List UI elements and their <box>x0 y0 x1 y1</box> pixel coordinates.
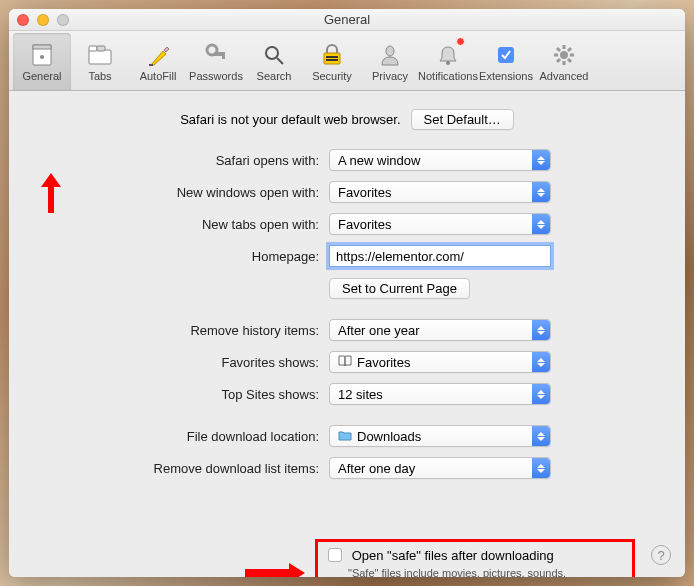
new-windows-label: New windows open with: <box>29 185 329 200</box>
svg-line-26 <box>568 48 571 51</box>
tab-autofill[interactable]: AutoFill <box>129 33 187 90</box>
set-to-current-page-button[interactable]: Set to Current Page <box>329 278 470 299</box>
tab-advanced[interactable]: Advanced <box>535 33 593 90</box>
safe-files-description: "Safe" files include movies, pictures, s… <box>348 566 568 577</box>
tab-tabs[interactable]: Tabs <box>71 33 129 90</box>
tab-label: Advanced <box>540 70 589 82</box>
opens-with-select[interactable]: A new window <box>329 149 551 171</box>
tab-label: Passwords <box>189 70 243 82</box>
svg-rect-13 <box>326 56 338 58</box>
content-pane: Safari is not your default web browser. … <box>9 91 685 577</box>
annotation-arrow-up <box>41 173 61 213</box>
chevron-updown-icon <box>532 426 550 446</box>
tab-privacy[interactable]: Privacy <box>361 33 419 90</box>
safe-files-label: Open "safe" files after downloading <box>352 548 554 563</box>
homepage-field[interactable] <box>329 245 551 267</box>
chevron-updown-icon <box>532 384 550 404</box>
annotation-arrow-right <box>245 563 305 577</box>
tab-label: Notifications <box>418 70 478 82</box>
svg-point-10 <box>266 47 278 59</box>
svg-point-18 <box>560 51 568 59</box>
svg-point-15 <box>386 46 394 56</box>
tab-security[interactable]: Security <box>303 33 361 90</box>
titlebar: General <box>9 9 685 31</box>
svg-rect-12 <box>324 53 340 64</box>
svg-line-11 <box>277 58 283 64</box>
svg-rect-4 <box>89 46 97 51</box>
minimize-button[interactable] <box>37 14 49 26</box>
tab-label: Security <box>312 70 352 82</box>
safe-files-row: Open "safe" files after downloading <box>328 548 622 563</box>
favorites-shows-label: Favorites shows: <box>29 355 329 370</box>
tab-extensions[interactable]: Extensions <box>477 33 535 90</box>
window-title: General <box>9 12 685 27</box>
svg-rect-9 <box>222 55 225 59</box>
zoom-button[interactable] <box>57 14 69 26</box>
svg-line-23 <box>557 48 560 51</box>
security-icon <box>321 42 343 68</box>
default-browser-message: Safari is not your default web browser. <box>180 112 400 127</box>
folder-icon <box>338 429 352 444</box>
tab-notifications[interactable]: Notifications <box>419 33 477 90</box>
svg-line-24 <box>568 59 571 62</box>
tabs-icon <box>88 42 112 68</box>
svg-point-16 <box>446 61 450 65</box>
chevron-updown-icon <box>532 320 550 340</box>
remove-downloads-select[interactable]: After one day <box>329 457 551 479</box>
notification-badge <box>456 37 465 46</box>
autofill-icon <box>147 42 169 68</box>
tab-label: Extensions <box>479 70 533 82</box>
passwords-icon <box>205 42 227 68</box>
top-sites-label: Top Sites shows: <box>29 387 329 402</box>
tab-search[interactable]: Search <box>245 33 303 90</box>
download-location-label: File download location: <box>29 429 329 444</box>
preferences-window: General General Tabs AutoFill Passwords <box>9 9 685 577</box>
help-button[interactable]: ? <box>651 545 671 565</box>
tab-label: General <box>22 70 61 82</box>
set-default-button[interactable]: Set Default… <box>411 109 514 130</box>
svg-rect-1 <box>33 45 51 49</box>
svg-rect-6 <box>149 64 153 66</box>
tab-label: Tabs <box>88 70 111 82</box>
remove-history-select[interactable]: After one year <box>329 319 551 341</box>
annotation-highlight-box: Open "safe" files after downloading "Saf… <box>315 539 635 577</box>
remove-downloads-label: Remove download list items: <box>29 461 329 476</box>
tab-general[interactable]: General <box>13 33 71 90</box>
privacy-icon <box>379 42 401 68</box>
homepage-label: Homepage: <box>29 249 329 264</box>
svg-marker-27 <box>41 173 61 213</box>
download-location-select[interactable]: Downloads <box>329 425 551 447</box>
extensions-icon <box>495 42 517 68</box>
preferences-toolbar: General Tabs AutoFill Passwords Search <box>9 31 685 91</box>
svg-point-2 <box>40 55 44 59</box>
svg-rect-3 <box>89 50 111 64</box>
chevron-updown-icon <box>532 150 550 170</box>
advanced-icon <box>553 42 575 68</box>
chevron-updown-icon <box>532 182 550 202</box>
svg-marker-28 <box>245 563 305 577</box>
opens-with-label: Safari opens with: <box>29 153 329 168</box>
tab-label: Privacy <box>372 70 408 82</box>
safe-files-checkbox[interactable] <box>328 548 342 562</box>
favorites-shows-select[interactable]: Favorites <box>329 351 551 373</box>
chevron-updown-icon <box>532 458 550 478</box>
new-windows-select[interactable]: Favorites <box>329 181 551 203</box>
chevron-updown-icon <box>532 214 550 234</box>
remove-history-label: Remove history items: <box>29 323 329 338</box>
tab-label: Search <box>257 70 292 82</box>
tab-passwords[interactable]: Passwords <box>187 33 245 90</box>
traffic-lights <box>17 14 69 26</box>
top-sites-select[interactable]: 12 sites <box>329 383 551 405</box>
general-icon <box>31 42 53 68</box>
close-button[interactable] <box>17 14 29 26</box>
search-icon <box>263 42 285 68</box>
notifications-icon <box>437 42 459 68</box>
svg-rect-14 <box>326 59 338 61</box>
tab-label: AutoFill <box>140 70 177 82</box>
book-icon <box>338 355 352 370</box>
new-tabs-select[interactable]: Favorites <box>329 213 551 235</box>
svg-line-25 <box>557 59 560 62</box>
chevron-updown-icon <box>532 352 550 372</box>
new-tabs-label: New tabs open with: <box>29 217 329 232</box>
svg-rect-5 <box>97 46 105 51</box>
